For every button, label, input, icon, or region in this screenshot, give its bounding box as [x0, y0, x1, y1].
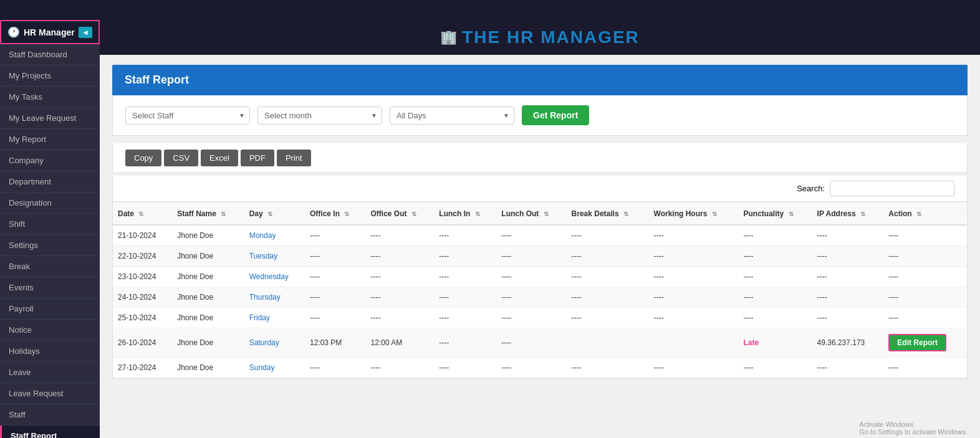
cell-break-details [567, 328, 649, 358]
cell-office-in: ---- [305, 287, 366, 308]
content-area: Staff Report Select Staff Select month A… [100, 55, 980, 389]
sidebar-header[interactable]: 🕐 HR Manager ◄ [0, 20, 100, 44]
cell-punctuality: ---- [739, 246, 812, 267]
cell-staff-name: Jhone Doe [172, 267, 244, 287]
cell-action: ---- [883, 267, 967, 287]
edit-report-button[interactable]: Edit Report [888, 334, 946, 351]
col-working-hours: Working Hours ⇅ [649, 203, 739, 225]
cell-office-out: ---- [366, 246, 435, 267]
cell-working-hours: ---- [649, 287, 739, 308]
cell-day: Friday [244, 308, 305, 328]
sidebar-item-my-tasks[interactable]: My Tasks [0, 87, 100, 108]
month-select[interactable]: Select month [257, 107, 382, 125]
sidebar-item-notice[interactable]: Notice [0, 320, 100, 341]
sidebar-item-events[interactable]: Events [0, 277, 100, 298]
sidebar-item-my-leave-request[interactable]: My Leave Request [0, 108, 100, 129]
sidebar: 🕐 HR Manager ◄ Staff DashboardMy Project… [0, 20, 100, 438]
cell-punctuality: ---- [739, 308, 812, 328]
sidebar-items-container: Staff DashboardMy ProjectsMy TasksMy Lea… [0, 44, 100, 438]
table-row: 23-10-2024 Jhone Doe Wednesday ---- ----… [113, 267, 967, 287]
sidebar-item-settings[interactable]: Settings [0, 235, 100, 256]
search-input[interactable] [830, 181, 954, 196]
cell-action: ---- [883, 225, 967, 246]
col-day: Day ⇅ [244, 203, 305, 225]
table-row: 27-10-2024 Jhone Doe Sunday ---- ---- --… [113, 358, 967, 378]
cell-lunch-in: ---- [434, 225, 496, 246]
cell-day: Tuesday [244, 246, 305, 267]
month-select-wrapper: Select month [257, 107, 382, 125]
cell-ip-address: ---- [812, 225, 884, 246]
sidebar-item-leave[interactable]: Leave [0, 362, 100, 383]
col-ip-address: IP Address ⇅ [812, 203, 884, 225]
cell-date: 26-10-2024 [113, 328, 172, 358]
table-row: 26-10-2024 Jhone Doe Saturday 12:03 PM 1… [113, 328, 967, 358]
cell-working-hours [649, 328, 739, 358]
cell-ip-address: ---- [812, 267, 884, 287]
cell-punctuality: ---- [739, 358, 812, 378]
cell-break-details: ---- [567, 287, 649, 308]
sidebar-item-my-report[interactable]: My Report [0, 129, 100, 150]
cell-date: 21-10-2024 [113, 225, 172, 246]
table-row: 24-10-2024 Jhone Doe Thursday ---- ---- … [113, 287, 967, 308]
cell-date: 25-10-2024 [113, 308, 172, 328]
col-action: Action ⇅ [883, 203, 967, 225]
cell-working-hours: ---- [649, 358, 739, 378]
cell-lunch-in: ---- [434, 246, 496, 267]
sidebar-item-shift[interactable]: Shift [0, 214, 100, 235]
cell-day: Sunday [244, 358, 305, 378]
sidebar-item-payroll[interactable]: Payroll [0, 298, 100, 320]
pdf-button[interactable]: PDF [241, 150, 274, 166]
col-punctuality: Punctuality ⇅ [739, 203, 812, 225]
excel-button[interactable]: Excel [201, 150, 238, 166]
sidebar-item-my-projects[interactable]: My Projects [0, 65, 100, 87]
sidebar-item-department[interactable]: Department [0, 171, 100, 193]
logo-icon: 🏢 [440, 29, 457, 45]
copy-button[interactable]: Copy [125, 150, 161, 166]
cell-staff-name: Jhone Doe [172, 225, 244, 246]
cell-break-details: ---- [567, 358, 649, 378]
table-body: 21-10-2024 Jhone Doe Monday ---- ---- --… [113, 225, 967, 378]
cell-punctuality: ---- [739, 267, 812, 287]
cell-action: ---- [883, 308, 967, 328]
col-lunch-in: Lunch In ⇅ [434, 203, 496, 225]
cell-lunch-out: ---- [496, 246, 566, 267]
main-content: 🏢 THE HR MANAGER Staff Report Select Sta… [100, 20, 980, 438]
sidebar-item-holidays[interactable]: Holidays [0, 341, 100, 362]
col-lunch-out: Lunch Out ⇅ [496, 203, 566, 225]
cell-lunch-in: ---- [434, 267, 496, 287]
cell-working-hours: ---- [649, 246, 739, 267]
action-empty: ---- [888, 313, 898, 322]
cell-action: ---- [883, 358, 967, 378]
table-header-row: Date ⇅ Staff Name ⇅ Day ⇅ Office In ⇅ Of… [113, 203, 967, 225]
sidebar-item-leave-request[interactable]: Leave Request [0, 383, 100, 404]
csv-button[interactable]: CSV [164, 150, 198, 166]
page-header: 🏢 THE HR MANAGER [100, 20, 980, 55]
table-row: 25-10-2024 Jhone Doe Friday ---- ---- --… [113, 308, 967, 328]
cell-lunch-out: ---- [496, 225, 566, 246]
cell-office-in: 12:03 PM [305, 328, 366, 358]
sidebar-item-staff-report[interactable]: Staff Report [0, 426, 100, 438]
cell-staff-name: Jhone Doe [172, 287, 244, 308]
cell-lunch-out: ---- [496, 328, 566, 358]
sidebar-item-staff[interactable]: Staff [0, 404, 100, 426]
cell-action: ---- [883, 287, 967, 308]
action-empty: ---- [888, 293, 898, 302]
col-office-in: Office In ⇅ [305, 203, 366, 225]
action-empty: ---- [888, 272, 898, 281]
cell-working-hours: ---- [649, 225, 739, 246]
sidebar-item-designation[interactable]: Designation [0, 193, 100, 214]
cell-staff-name: Jhone Doe [172, 246, 244, 267]
staff-select-wrapper: Select Staff [125, 107, 250, 125]
days-select[interactable]: All DaysWorking DaysWeekends [390, 107, 514, 125]
windows-activate-line1: Activate Windows [859, 421, 968, 428]
get-report-button[interactable]: Get Report [522, 105, 589, 125]
staff-select[interactable]: Select Staff [125, 107, 250, 125]
print-button[interactable]: Print [277, 150, 311, 166]
cell-day: Thursday [244, 287, 305, 308]
sidebar-item-break[interactable]: Break [0, 256, 100, 277]
sidebar-item-staff-dashboard[interactable]: Staff Dashboard [0, 44, 100, 65]
cell-lunch-in: ---- [434, 287, 496, 308]
sidebar-item-company[interactable]: Company [0, 150, 100, 171]
cell-office-in: ---- [305, 225, 366, 246]
cell-day: Saturday [244, 328, 305, 358]
